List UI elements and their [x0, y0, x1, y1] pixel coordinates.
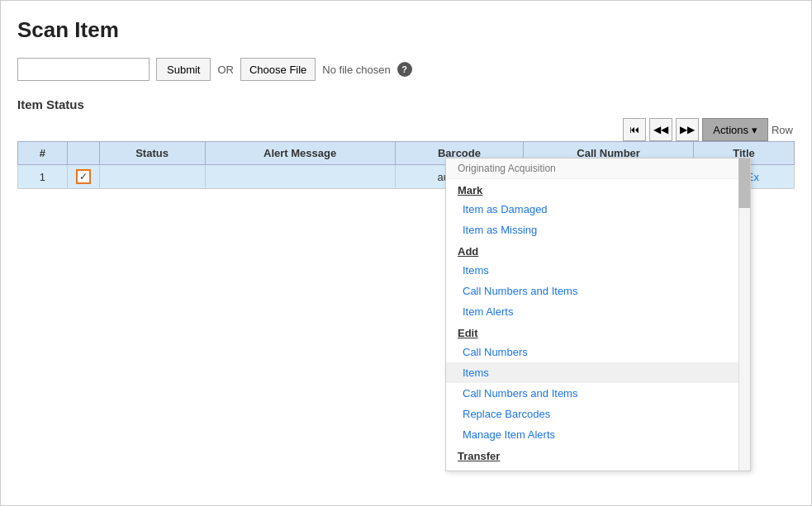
- help-icon[interactable]: ?: [397, 62, 412, 77]
- page-title: Scan Item: [17, 17, 795, 43]
- actions-button[interactable]: Actions ▾: [702, 118, 768, 141]
- dropdown-item-add-items[interactable]: Items: [446, 260, 750, 281]
- row-number: 1: [18, 165, 68, 189]
- row-status: [99, 165, 205, 189]
- dropdown-item-add-call-numbers-and-items[interactable]: Call Numbers and Items: [446, 281, 750, 301]
- dropdown-partial-header: Originating Acquisition: [446, 158, 750, 179]
- dropdown-item-transfer-previously-marked-library[interactable]: Items to Previously Marked Library: [446, 465, 750, 471]
- row-alert-message: [205, 165, 395, 189]
- col-status: Status: [99, 142, 205, 165]
- dropdown-item-manage-item-alerts[interactable]: Manage Item Alerts: [446, 424, 750, 445]
- row-checkbox-cell[interactable]: [67, 165, 99, 189]
- dropdown-section-add: Add: [446, 240, 750, 260]
- choose-file-button[interactable]: Choose File: [240, 58, 316, 81]
- next-page-button[interactable]: ▶▶: [676, 118, 699, 141]
- col-checkbox: [67, 142, 99, 165]
- actions-dropdown-menu: Originating Acquisition Mark Item as Dam…: [445, 158, 751, 471]
- prev-page-button[interactable]: ◀◀: [649, 118, 672, 141]
- no-file-label: No file chosen: [322, 64, 390, 76]
- row-checkbox[interactable]: [76, 169, 91, 184]
- actions-dropdown-icon: ▾: [752, 124, 757, 136]
- dropdown-item-replace-barcodes[interactable]: Replace Barcodes: [446, 404, 750, 424]
- scrollbar-track[interactable]: [738, 158, 750, 471]
- scrollbar-thumb[interactable]: [738, 158, 750, 208]
- item-status-label: Item Status: [17, 97, 795, 111]
- dropdown-item-edit-call-numbers-and-items[interactable]: Call Numbers and Items: [446, 383, 750, 404]
- first-page-button[interactable]: ⏮: [623, 118, 646, 141]
- table-toolbar: ⏮ ◀◀ ▶▶ Actions ▾ Row: [17, 118, 795, 141]
- dropdown-section-transfer: Transfer: [446, 445, 750, 465]
- scan-row: Submit OR Choose File No file chosen ?: [17, 58, 795, 81]
- or-label: OR: [217, 64, 234, 76]
- scan-input[interactable]: [17, 58, 150, 81]
- dropdown-item-item-as-missing[interactable]: Item as Missing: [446, 220, 750, 240]
- rows-label: Row: [772, 124, 793, 136]
- col-alert-message: Alert Message: [205, 142, 395, 165]
- dropdown-item-add-item-alerts[interactable]: Item Alerts: [446, 301, 750, 322]
- dropdown-section-edit: Edit: [446, 322, 750, 342]
- col-number: #: [18, 142, 68, 165]
- dropdown-item-edit-call-numbers[interactable]: Call Numbers: [446, 342, 750, 362]
- dropdown-item-item-as-damaged[interactable]: Item as Damaged: [446, 199, 750, 220]
- dropdown-section-mark: Mark: [446, 179, 750, 199]
- dropdown-item-edit-items[interactable]: Items: [446, 362, 750, 383]
- submit-button[interactable]: Submit: [156, 58, 211, 81]
- actions-label: Actions: [713, 124, 748, 136]
